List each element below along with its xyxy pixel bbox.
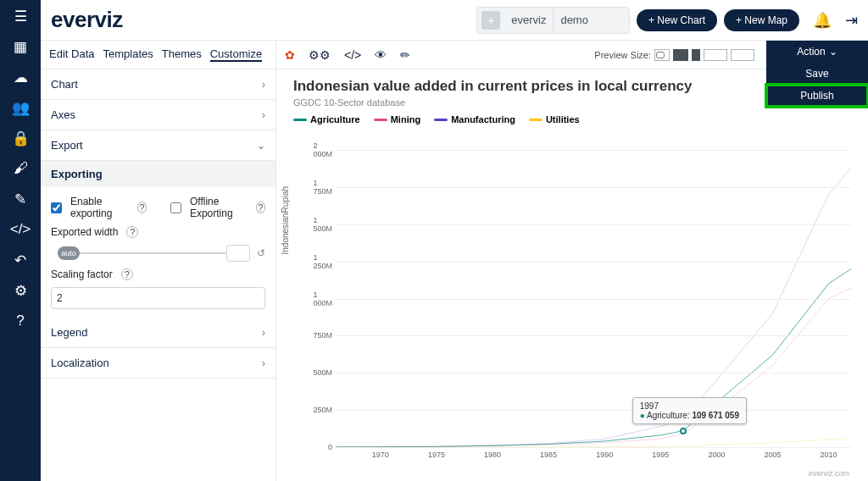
legend-item[interactable]: Agriculture — [293, 114, 360, 124]
data-point-marker — [680, 428, 687, 434]
preview-size-2[interactable] — [692, 49, 700, 61]
plot-area[interactable]: 0250M500M750M1 000M1 250M1 500M1 750M2 0… — [336, 150, 851, 447]
chart-toolbar: ✿ ⚙⚙ </> 👁 ✏ Preview Size: 🖵 Action ⌄ Sa… — [276, 41, 868, 69]
exported-width-label: Exported width — [51, 226, 118, 238]
preview-size-1[interactable] — [673, 49, 688, 61]
chevron-right-icon: › — [262, 357, 265, 369]
slider-handle[interactable]: auto — [58, 246, 80, 260]
users-icon[interactable]: 👥 — [11, 98, 30, 117]
pen-icon[interactable]: ✏ — [400, 48, 410, 62]
subhead-exporting: Exporting — [41, 161, 275, 187]
tab-themes[interactable]: Themes — [162, 47, 202, 62]
chevron-right-icon: › — [262, 327, 265, 339]
topbar: everviz + everviz demo + New Chart + New… — [41, 0, 868, 41]
tab-customize[interactable]: Customize — [210, 47, 262, 62]
help-icon[interactable]: ? — [121, 268, 133, 280]
help-icon[interactable]: ? — [11, 312, 30, 330]
acc-axes[interactable]: Axes› — [41, 100, 275, 130]
gear-icon[interactable]: ⚙ — [11, 281, 30, 300]
preview-size-4[interactable] — [731, 49, 754, 61]
acc-legend[interactable]: Legend› — [41, 318, 275, 348]
offline-exporting-checkbox[interactable] — [170, 202, 181, 213]
chevron-down-icon: ⌄ — [257, 140, 265, 152]
chart-canvas: ✿ ⚙⚙ </> 👁 ✏ Preview Size: 🖵 Action ⌄ Sa… — [276, 41, 868, 481]
chart-icon[interactable]: ▦ — [11, 37, 30, 56]
action-publish[interactable]: Publish — [766, 85, 868, 107]
gear-icon[interactable]: ✿ — [285, 48, 295, 62]
iconbar: ☰ ▦ ☁ 👥 🔒 🖌 ✎ </> ↶ ⚙ ? — [0, 0, 41, 481]
chart-area: Indonesian value added in current prices… — [276, 69, 868, 481]
y-axis-label: IndonesianRupiah — [281, 186, 290, 255]
tag-a: everviz — [504, 14, 553, 26]
legend-item[interactable]: Utilities — [529, 114, 580, 124]
panel-tabs: Edit Data Templates Themes Customize — [41, 41, 275, 69]
new-map-button[interactable]: + New Map — [724, 9, 799, 31]
chart-legend: AgricultureMiningManufacturingUtilities — [293, 114, 851, 124]
edit-icon[interactable]: ✎ — [11, 190, 30, 208]
add-tag-icon[interactable]: + — [481, 11, 500, 30]
offline-exporting-label: Offline Exporting — [190, 196, 248, 219]
logout-icon[interactable]: ⇥ — [845, 11, 858, 30]
hamburger-icon[interactable]: ☰ — [11, 7, 30, 25]
chevron-right-icon: › — [262, 109, 265, 121]
exported-width-slider[interactable]: auto ↺ — [51, 245, 265, 262]
logo: everviz — [51, 7, 123, 33]
chart-credit: everviz.com — [809, 469, 849, 478]
preview-desktop-icon[interactable]: 🖵 — [654, 49, 670, 61]
enable-exporting-checkbox[interactable] — [51, 202, 62, 213]
undo-icon[interactable]: ↺ — [257, 247, 265, 259]
side-panel: Edit Data Templates Themes Customize Cha… — [41, 41, 276, 481]
enable-exporting-label: Enable exporting — [70, 196, 129, 219]
help-icon[interactable]: ? — [137, 202, 147, 213]
eye-icon[interactable]: 👁 — [375, 48, 387, 62]
action-save[interactable]: Save — [766, 63, 868, 85]
acc-chart[interactable]: Chart› — [41, 69, 275, 100]
preview-size-3[interactable] — [704, 49, 727, 61]
scaling-factor-input[interactable]: 2 — [51, 287, 265, 309]
code-icon[interactable]: </> — [344, 48, 361, 62]
legend-item[interactable]: Manufacturing — [434, 114, 515, 124]
action-menu: Action ⌄ Save Publish — [766, 41, 868, 107]
width-number-input[interactable] — [226, 245, 250, 262]
acc-export[interactable]: Export⌄ — [41, 130, 275, 161]
chevron-down-icon: ⌄ — [829, 46, 837, 58]
brush-icon[interactable]: 🖌 — [11, 159, 30, 178]
sliders-icon[interactable]: ⚙⚙ — [309, 48, 331, 62]
tag-input[interactable]: + everviz demo — [476, 7, 630, 34]
chevron-right-icon: › — [262, 79, 265, 91]
scaling-factor-label: Scaling factor — [51, 268, 113, 280]
acc-localization[interactable]: Localization› — [41, 348, 275, 379]
lock-icon[interactable]: 🔒 — [11, 129, 30, 147]
new-chart-button[interactable]: + New Chart — [637, 9, 717, 31]
tag-b: demo — [554, 14, 595, 26]
chart-tooltip: 1997● Agriculture: 109 671 059 — [632, 397, 747, 424]
undo-icon[interactable]: ↶ — [11, 251, 30, 269]
help-icon[interactable]: ? — [256, 202, 265, 213]
tab-edit-data[interactable]: Edit Data — [49, 47, 94, 62]
legend-item[interactable]: Mining — [374, 114, 420, 124]
code-icon[interactable]: </> — [11, 220, 30, 239]
action-menu-toggle[interactable]: Action ⌄ — [766, 41, 868, 63]
bell-icon[interactable]: 🔔 — [813, 11, 832, 30]
tab-templates[interactable]: Templates — [103, 47, 153, 62]
help-icon[interactable]: ? — [126, 226, 138, 238]
cloud-icon[interactable]: ☁ — [11, 68, 30, 86]
